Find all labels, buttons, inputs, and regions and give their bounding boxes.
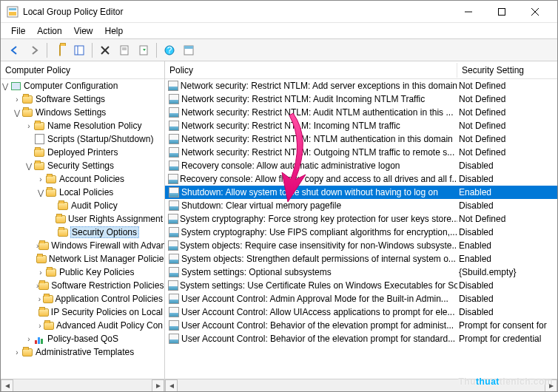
policy-row[interactable]: System objects: Strengthen default permi… bbox=[165, 252, 557, 266]
expand-icon[interactable]: › bbox=[36, 322, 44, 330]
policy-row[interactable]: Network security: Restrict NTLM: Add ser… bbox=[165, 79, 557, 92]
tree-node[interactable]: ›Software Restriction Policies bbox=[1, 279, 164, 292]
policy-row[interactable]: System objects: Require case insensitivi… bbox=[165, 239, 557, 252]
expand-icon[interactable]: › bbox=[13, 348, 21, 356]
tree-node[interactable]: IP Security Policies on Local bbox=[1, 305, 164, 319]
tree-node[interactable]: ⋁Local Policies bbox=[1, 186, 164, 199]
column-setting[interactable]: Security Setting bbox=[457, 63, 557, 78]
policy-setting: Not Defined bbox=[457, 121, 557, 131]
export-button[interactable] bbox=[135, 41, 152, 59]
policy-row[interactable]: User Account Control: Allow UIAccess app… bbox=[165, 305, 557, 319]
menu-file[interactable]: File bbox=[5, 24, 31, 38]
folder-icon bbox=[57, 200, 69, 212]
policy-name: System cryptography: Force strong key pr… bbox=[180, 214, 457, 224]
tree-node[interactable]: ›Account Policies bbox=[1, 172, 164, 186]
window-title: Local Group Policy Editor bbox=[23, 7, 451, 17]
expand-icon[interactable]: › bbox=[24, 335, 33, 343]
expand-icon[interactable]: ⋁ bbox=[13, 109, 21, 117]
policy-row[interactable]: System settings: Use Certificate Rules o… bbox=[165, 279, 557, 292]
list-body[interactable]: Network security: Restrict NTLM: Add ser… bbox=[165, 79, 557, 379]
menu-help[interactable]: Help bbox=[99, 24, 130, 38]
list-hscrollbar[interactable]: ◂ ▸ bbox=[165, 379, 557, 391]
policy-icon bbox=[168, 280, 178, 291]
menu-view[interactable]: View bbox=[68, 24, 99, 38]
up-button[interactable] bbox=[51, 41, 69, 59]
tree-node[interactable]: ›Policy-based QoS bbox=[1, 332, 164, 345]
tree-node[interactable]: Scripts (Startup/Shutdown) bbox=[1, 132, 164, 146]
tree-node[interactable]: ›Public Key Policies bbox=[1, 266, 164, 279]
policy-icon bbox=[168, 160, 180, 172]
bars-icon bbox=[33, 333, 45, 345]
tree-node[interactable]: ›Name Resolution Policy bbox=[1, 119, 164, 132]
policy-row[interactable]: System cryptography: Force strong key pr… bbox=[165, 212, 557, 226]
tree-node-label: Security Settings bbox=[47, 160, 115, 171]
policy-row[interactable]: Network security: Restrict NTLM: Audit N… bbox=[165, 106, 557, 119]
scroll-left-icon[interactable]: ◂ bbox=[165, 379, 178, 392]
minimize-button[interactable] bbox=[451, 1, 485, 23]
scroll-right-icon[interactable]: ▸ bbox=[545, 379, 557, 392]
tree-hscrollbar[interactable]: ◂ ▸ bbox=[1, 379, 164, 391]
delete-button[interactable] bbox=[96, 41, 114, 59]
tree-node[interactable]: ⋁Windows Settings bbox=[1, 106, 164, 119]
expand-icon[interactable]: ⋁ bbox=[36, 189, 45, 197]
policy-row[interactable]: Network security: Restrict NTLM: NTLM au… bbox=[165, 132, 557, 146]
scroll-left-icon[interactable]: ◂ bbox=[1, 379, 13, 392]
close-button[interactable] bbox=[518, 1, 551, 23]
tree-node[interactable]: ⋁Computer Configuration bbox=[1, 79, 164, 92]
tree-node[interactable]: ⋁Security Settings bbox=[1, 159, 164, 172]
policy-row[interactable]: User Account Control: Behavior of the el… bbox=[165, 332, 557, 345]
tree-node[interactable]: ›Administrative Templates bbox=[1, 345, 164, 359]
policy-row[interactable]: Recovery console: Allow floppy copy and … bbox=[165, 172, 557, 186]
tree-node[interactable]: Deployed Printers bbox=[1, 146, 164, 159]
tree-pane: Computer Policy ⋁Computer Configuration›… bbox=[1, 61, 165, 391]
filter-button[interactable] bbox=[180, 41, 198, 59]
policy-row[interactable]: User Account Control: Behavior of the el… bbox=[165, 319, 557, 332]
policy-row[interactable]: System cryptography: Use FIPS compliant … bbox=[165, 226, 557, 239]
back-button[interactable] bbox=[6, 41, 24, 59]
policy-row[interactable]: Network security: Restrict NTLM: Outgoin… bbox=[165, 146, 557, 159]
policy-row[interactable]: Recovery console: Allow automatic admini… bbox=[165, 159, 557, 172]
tree-node-label: User Rights Assignment bbox=[67, 214, 164, 224]
policy-row[interactable]: Shutdown: Clear virtual memory pagefileD… bbox=[165, 199, 557, 212]
tree-body[interactable]: ⋁Computer Configuration›Software Setting… bbox=[1, 79, 164, 379]
expand-icon[interactable]: › bbox=[36, 268, 45, 277]
expand-icon[interactable]: › bbox=[13, 95, 21, 104]
tree-node[interactable]: Network List Manager Policie bbox=[1, 252, 164, 266]
properties-button[interactable] bbox=[115, 41, 133, 59]
policy-icon bbox=[168, 93, 180, 105]
expand-icon[interactable]: ⋁ bbox=[24, 162, 33, 170]
tree-node-label: IP Security Policies on Local bbox=[50, 307, 164, 317]
tree-node[interactable]: ›Advanced Audit Policy Con bbox=[1, 319, 164, 332]
policy-name: Recovery console: Allow automatic admini… bbox=[181, 160, 400, 171]
column-policy[interactable]: Policy bbox=[165, 63, 457, 78]
tree-node[interactable]: Security Options bbox=[1, 226, 164, 239]
policy-setting: Not Defined bbox=[457, 94, 557, 104]
menu-action[interactable]: Action bbox=[31, 24, 67, 38]
maximize-button[interactable] bbox=[485, 1, 518, 23]
policy-row[interactable]: System settings: Optional subsystems{Sbu… bbox=[165, 266, 557, 279]
expand-icon[interactable]: › bbox=[36, 295, 43, 303]
tree-node[interactable]: ›Windows Firewall with Advanc bbox=[1, 239, 164, 252]
tree-header[interactable]: Computer Policy bbox=[1, 63, 164, 78]
expand-icon[interactable]: ⋁ bbox=[1, 82, 10, 90]
expand-icon[interactable]: › bbox=[36, 175, 45, 183]
tree-node[interactable]: ›Software Settings bbox=[1, 92, 164, 106]
folder-icon bbox=[38, 240, 49, 251]
help-button[interactable]: ? bbox=[161, 41, 178, 59]
tree-node-label: Account Policies bbox=[58, 174, 126, 184]
tree-node[interactable]: Audit Policy bbox=[1, 199, 164, 212]
forward-button[interactable] bbox=[25, 41, 43, 59]
show-tree-button[interactable] bbox=[70, 41, 88, 59]
tree-node-label: Deployed Printers bbox=[47, 147, 119, 158]
policy-setting: Disabled bbox=[457, 160, 557, 171]
tree-node[interactable]: ›Application Control Policies bbox=[1, 292, 164, 305]
policy-row[interactable]: Shutdown: Allow system to be shut down w… bbox=[165, 186, 557, 199]
policy-name: User Account Control: Behavior of the el… bbox=[181, 320, 454, 331]
folder-icon bbox=[38, 280, 49, 291]
policy-row[interactable]: Network security: Restrict NTLM: Audit I… bbox=[165, 92, 557, 106]
policy-row[interactable]: User Account Control: Admin Approval Mod… bbox=[165, 292, 557, 305]
scroll-right-icon[interactable]: ▸ bbox=[152, 379, 164, 392]
tree-node[interactable]: User Rights Assignment bbox=[1, 212, 164, 226]
expand-icon[interactable]: › bbox=[24, 122, 33, 130]
policy-row[interactable]: Network security: Restrict NTLM: Incomin… bbox=[165, 119, 557, 132]
